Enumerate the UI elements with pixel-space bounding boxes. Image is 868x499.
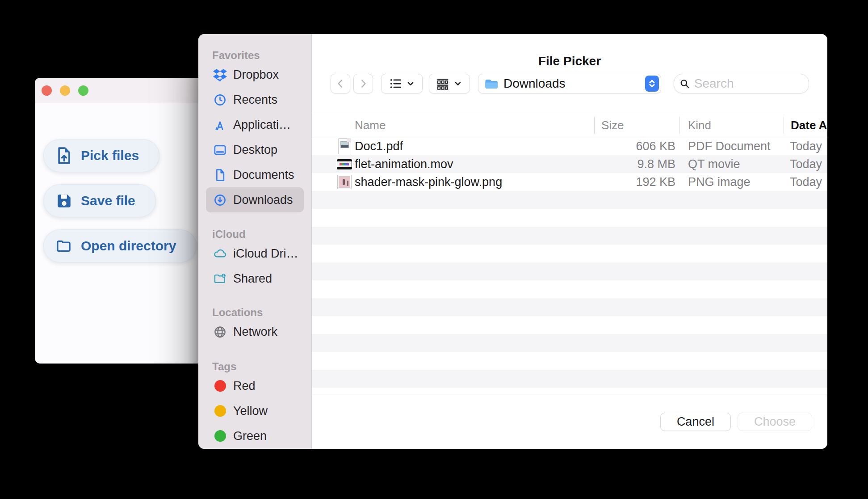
column-divider bbox=[679, 117, 680, 134]
sidebar-item-downloads[interactable]: Downloads bbox=[206, 187, 304, 212]
empty-list-stripe bbox=[312, 191, 827, 209]
dialog-footer: Cancel Choose bbox=[312, 394, 827, 449]
sidebar-item-desktop[interactable]: Desktop bbox=[206, 137, 304, 162]
file-row-shader-mask-pink-glow-png[interactable]: shader-mask-pink-glow.png 192 KB PNG ima… bbox=[312, 173, 827, 191]
app-window-body: Pick files Save file Open directory bbox=[35, 103, 206, 262]
file-picker-content: File Picker Downloads bbox=[312, 34, 827, 449]
column-header-size[interactable]: Size bbox=[601, 113, 624, 138]
forward-button[interactable] bbox=[353, 74, 373, 93]
pdf-file-icon bbox=[336, 137, 352, 155]
chevron-down-icon bbox=[453, 79, 463, 89]
search-field[interactable] bbox=[674, 74, 809, 93]
chevron-down-icon bbox=[406, 79, 415, 89]
dot-icon bbox=[213, 379, 227, 393]
location-label: Downloads bbox=[503, 76, 566, 91]
zoom-button[interactable] bbox=[78, 85, 88, 96]
choose-button[interactable]: Choose bbox=[738, 413, 812, 431]
empty-list-stripe bbox=[312, 334, 827, 352]
mov-file-icon bbox=[336, 155, 352, 173]
empty-list-stripe bbox=[312, 298, 827, 316]
file-row-flet-animation-mov[interactable]: flet-animation.mov 9.8 MB QT movie Today bbox=[312, 155, 827, 173]
dot-icon bbox=[213, 404, 227, 418]
empty-list-stripe bbox=[312, 316, 827, 334]
dot-icon bbox=[213, 429, 227, 443]
column-divider bbox=[784, 117, 784, 134]
folder-icon bbox=[484, 76, 499, 91]
file-picker-dialog: Favorites Dropbox Recents Applicati… Des… bbox=[198, 34, 827, 449]
folder-open-icon bbox=[56, 238, 72, 254]
save-file-button[interactable]: Save file bbox=[43, 184, 156, 217]
minimize-button[interactable] bbox=[60, 85, 70, 96]
empty-list-stripe bbox=[312, 352, 827, 370]
column-header-name[interactable]: Name bbox=[355, 113, 386, 138]
sidebar-section-header-tags: Tags bbox=[198, 360, 311, 373]
empty-list-stripe bbox=[312, 245, 827, 262]
sidebar-item-yellow[interactable]: Yellow bbox=[206, 398, 304, 423]
dialog-title: File Picker bbox=[312, 54, 827, 68]
file-list: Doc1.pdf 606 KB PDF Document Today flet-… bbox=[312, 137, 827, 394]
sidebar-item-applicati-[interactable]: Applicati… bbox=[206, 112, 304, 137]
group-view-menu-button[interactable] bbox=[429, 74, 470, 93]
open-directory-button[interactable]: Open directory bbox=[43, 229, 197, 262]
file-upload-icon bbox=[56, 148, 72, 164]
cancel-button[interactable]: Cancel bbox=[660, 413, 731, 431]
dropbox-icon bbox=[213, 68, 227, 82]
pick-files-button[interactable]: Pick files bbox=[43, 139, 159, 172]
clock-icon bbox=[213, 93, 227, 107]
toolbar: Downloads bbox=[312, 74, 827, 93]
empty-list-stripe bbox=[312, 262, 827, 280]
list-view-icon bbox=[389, 77, 402, 90]
sidebar-item-red[interactable]: Red bbox=[206, 373, 304, 398]
sidebar-section-header-favorites: Favorites bbox=[198, 49, 311, 62]
floppy-save-icon bbox=[56, 193, 72, 209]
download-circle-icon bbox=[213, 193, 227, 207]
search-icon bbox=[679, 78, 690, 90]
open-directory-label: Open directory bbox=[81, 238, 176, 254]
pick-files-label: Pick files bbox=[81, 148, 139, 163]
popup-stepper-icon bbox=[645, 76, 659, 92]
sidebar-item-dropbox[interactable]: Dropbox bbox=[206, 62, 304, 87]
empty-list-stripe bbox=[312, 280, 827, 298]
location-popup[interactable]: Downloads bbox=[478, 74, 661, 93]
sidebar-item-shared[interactable]: Shared bbox=[206, 266, 304, 291]
sidebar-item-documents[interactable]: Documents bbox=[206, 162, 304, 187]
column-header-kind[interactable]: Kind bbox=[688, 113, 711, 138]
list-view-menu-button[interactable] bbox=[381, 74, 423, 93]
sidebar-item-green[interactable]: Green bbox=[206, 423, 304, 448]
group-view-icon bbox=[436, 77, 449, 90]
empty-list-stripe bbox=[312, 227, 827, 245]
shared-folder-icon bbox=[213, 272, 227, 286]
save-file-label: Save file bbox=[81, 193, 135, 208]
search-input[interactable] bbox=[694, 76, 803, 91]
app-window-titlebar bbox=[35, 78, 206, 103]
table-header: Name Size Kind Date Added bbox=[312, 113, 827, 138]
cloud-icon bbox=[213, 247, 227, 261]
globe-icon bbox=[213, 325, 227, 339]
app-window: Pick files Save file Open directory bbox=[35, 78, 206, 364]
sidebar: Favorites Dropbox Recents Applicati… Des… bbox=[198, 34, 312, 449]
sidebar-section-header-locations: Locations bbox=[198, 306, 311, 319]
sidebar-section-header-icloud: iCloud bbox=[198, 228, 311, 241]
back-button[interactable] bbox=[331, 74, 350, 93]
appstore-icon bbox=[213, 118, 227, 132]
empty-list-stripe bbox=[312, 209, 827, 227]
document-icon bbox=[213, 168, 227, 182]
png-file-icon bbox=[336, 173, 352, 191]
desktop-icon bbox=[213, 143, 227, 157]
chevron-right-icon bbox=[357, 78, 369, 89]
column-divider bbox=[594, 117, 595, 134]
column-header-date-added[interactable]: Date Added bbox=[791, 113, 827, 138]
file-row-doc1-pdf[interactable]: Doc1.pdf 606 KB PDF Document Today bbox=[312, 137, 827, 155]
sidebar-item-icloud-dri-[interactable]: iCloud Dri… bbox=[206, 241, 304, 266]
empty-list-stripe bbox=[312, 370, 827, 388]
sidebar-item-recents[interactable]: Recents bbox=[206, 87, 304, 112]
chevron-left-icon bbox=[335, 78, 346, 89]
close-button[interactable] bbox=[42, 85, 52, 96]
sidebar-item-network[interactable]: Network bbox=[206, 319, 304, 344]
